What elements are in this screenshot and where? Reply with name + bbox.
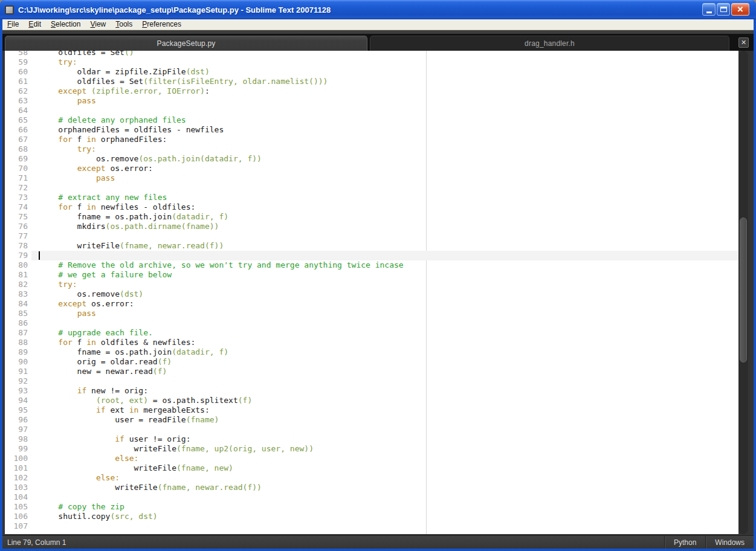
code-line[interactable]: 84 except os.error: bbox=[5, 299, 738, 309]
line-number: 66 bbox=[5, 125, 31, 135]
code-text: fname = os.path.join(datadir, f) bbox=[31, 212, 738, 222]
syntax-selector[interactable]: Python bbox=[664, 536, 705, 549]
code-text: except os.error: bbox=[31, 164, 738, 173]
code-line[interactable]: 77 bbox=[5, 231, 738, 241]
code-line[interactable]: 92 bbox=[5, 376, 738, 386]
close-icon: ✕ bbox=[737, 4, 744, 15]
menu-tools[interactable]: Tools bbox=[111, 19, 137, 30]
code-line[interactable]: 88 for f in oldfiles & newfiles: bbox=[5, 338, 738, 347]
code-line[interactable]: 105 # copy the zip bbox=[5, 502, 738, 512]
scrollbar-thumb[interactable] bbox=[740, 218, 747, 362]
code-text: pass bbox=[31, 96, 738, 106]
code-line[interactable]: 64 bbox=[5, 106, 738, 115]
code-text: try: bbox=[31, 144, 738, 154]
code-line[interactable]: 102 else: bbox=[5, 473, 738, 483]
code-line[interactable]: 72 bbox=[5, 183, 738, 193]
line-number: 101 bbox=[5, 463, 31, 473]
code-line[interactable]: 81 # we get a failure below bbox=[5, 270, 738, 280]
code-text: pass bbox=[31, 173, 738, 183]
line-number: 104 bbox=[5, 492, 31, 502]
close-button[interactable]: ✕ bbox=[731, 3, 749, 16]
code-line[interactable]: 75 fname = os.path.join(datadir, f) bbox=[5, 212, 738, 222]
menu-selection[interactable]: Selection bbox=[46, 19, 85, 30]
tab-packagesetup-py[interactable]: PackageSetup.py bbox=[5, 36, 367, 51]
code-line[interactable]: 68 try: bbox=[5, 144, 738, 154]
code-line[interactable]: 76 mkdirs(os.path.dirname(fname)) bbox=[5, 222, 738, 231]
code-line[interactable]: 90 orig = oldar.read(f) bbox=[5, 357, 738, 367]
code-line[interactable]: 59 try: bbox=[5, 57, 738, 67]
line-number: 79 bbox=[5, 251, 31, 260]
code-line[interactable]: 106 shutil.copy(src, dst) bbox=[5, 512, 738, 521]
tab-drag-handler-h[interactable]: drag_handler.h bbox=[370, 36, 729, 51]
code-text: oldfiles = Set() bbox=[31, 51, 738, 57]
menu-edit[interactable]: Edit bbox=[24, 19, 46, 30]
maximize-button[interactable] bbox=[717, 3, 730, 16]
line-number: 76 bbox=[5, 222, 31, 231]
code-line[interactable]: 73 # extract any new files bbox=[5, 193, 738, 202]
code-text bbox=[31, 183, 738, 193]
code-line[interactable]: 60 oldar = zipfile.ZipFile(dst) bbox=[5, 67, 738, 77]
code-line[interactable]: 78 writeFile(fname, newar.read(f)) bbox=[5, 241, 738, 251]
code-line[interactable]: 103 writeFile(fname, newar.read(f)) bbox=[5, 483, 738, 492]
minimize-button[interactable] bbox=[702, 3, 716, 16]
line-number: 95 bbox=[5, 405, 31, 415]
line-number: 93 bbox=[5, 386, 31, 396]
code-text: try: bbox=[31, 57, 738, 67]
code-line[interactable]: 66 orphanedFiles = oldfiles - newfiles bbox=[5, 125, 738, 135]
code-line[interactable]: 70 except os.error: bbox=[5, 164, 738, 173]
code-text bbox=[31, 492, 738, 502]
code-line[interactable]: 100 else: bbox=[5, 454, 738, 463]
code-line[interactable]: 89 fname = os.path.join(datadir, f) bbox=[5, 347, 738, 357]
tab-close-button[interactable]: ✕ bbox=[738, 37, 749, 48]
code-line[interactable]: 87 # upgrade each file. bbox=[5, 328, 738, 338]
code-line[interactable]: 85 pass bbox=[5, 309, 738, 318]
line-number: 59 bbox=[5, 57, 31, 67]
code-line[interactable]: 93 if new != orig: bbox=[5, 386, 738, 396]
line-number: 74 bbox=[5, 202, 31, 212]
code-line[interactable]: 58 oldfiles = Set() bbox=[5, 51, 738, 57]
code-text: # extract any new files bbox=[31, 193, 738, 202]
code-line[interactable]: 63 pass bbox=[5, 96, 738, 106]
code-line[interactable]: 91 new = newar.read(f) bbox=[5, 367, 738, 376]
menu-file[interactable]: File bbox=[2, 19, 24, 30]
code-line[interactable]: 65 # delete any orphaned files bbox=[5, 115, 738, 125]
code-line[interactable]: 80 # Remove the old archive, so we won't… bbox=[5, 260, 738, 270]
line-number: 105 bbox=[5, 502, 31, 512]
code-line[interactable]: 62 except (zipfile.error, IOError): bbox=[5, 86, 738, 96]
code-line[interactable]: 69 os.remove(os.path.join(datadir, f)) bbox=[5, 154, 738, 164]
code-line[interactable]: 86 bbox=[5, 318, 738, 328]
code-line[interactable]: 61 oldfiles = Set(filter(isFileEntry, ol… bbox=[5, 77, 738, 86]
code-text: # delete any orphaned files bbox=[31, 115, 738, 125]
code-line[interactable]: 96 user = readFile(fname) bbox=[5, 415, 738, 425]
menu-view[interactable]: View bbox=[85, 19, 111, 30]
code-line[interactable]: 97 bbox=[5, 425, 738, 434]
editor[interactable]: 58 oldfiles = Set()59 try:60 oldar = zip… bbox=[5, 51, 738, 534]
line-number: 58 bbox=[5, 51, 31, 57]
code-line[interactable]: 83 os.remove(dst) bbox=[5, 289, 738, 299]
code-line[interactable]: 67 for f in orphanedFiles: bbox=[5, 135, 738, 144]
menu-bar: FileEditSelectionViewToolsPreferences bbox=[2, 19, 754, 30]
code-line[interactable]: 101 writeFile(fname, new) bbox=[5, 463, 738, 473]
code-line[interactable]: 74 for f in newfiles - oldfiles: bbox=[5, 202, 738, 212]
code-text bbox=[31, 251, 738, 260]
code-line[interactable]: 99 writeFile(fname, up2(orig, user, new)… bbox=[5, 444, 738, 454]
line-endings-selector[interactable]: Windows bbox=[705, 536, 754, 549]
code-area: 58 oldfiles = Set()59 try:60 oldar = zip… bbox=[5, 51, 738, 531]
vertical-scrollbar[interactable] bbox=[738, 51, 748, 534]
code-line[interactable]: 94 (root, ext) = os.path.splitext(f) bbox=[5, 396, 738, 405]
code-text: if ext in mergeableExts: bbox=[31, 405, 738, 415]
window-controls: ✕ bbox=[702, 3, 749, 16]
menu-preferences[interactable]: Preferences bbox=[137, 19, 186, 30]
code-line[interactable]: 79 bbox=[5, 251, 738, 260]
code-line[interactable]: 107 bbox=[5, 521, 738, 531]
code-text: # copy the zip bbox=[31, 502, 738, 512]
code-line[interactable]: 104 bbox=[5, 492, 738, 502]
line-number: 94 bbox=[5, 396, 31, 405]
code-text bbox=[31, 376, 738, 386]
code-line[interactable]: 82 try: bbox=[5, 280, 738, 289]
code-line[interactable]: 95 if ext in mergeableExts: bbox=[5, 405, 738, 415]
code-line[interactable]: 71 pass bbox=[5, 173, 738, 183]
code-text: if new != orig: bbox=[31, 386, 738, 396]
code-line[interactable]: 98 if user != orig: bbox=[5, 434, 738, 444]
code-text: shutil.copy(src, dst) bbox=[31, 512, 738, 521]
